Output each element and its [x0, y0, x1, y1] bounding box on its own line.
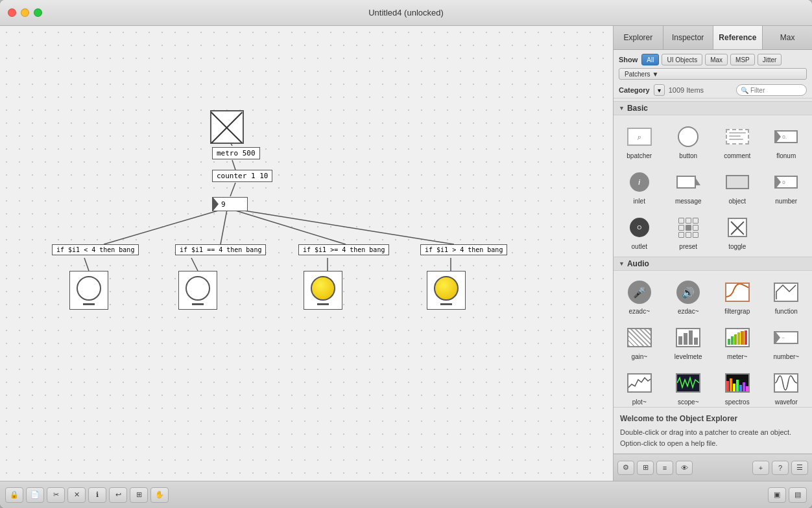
obj-meter[interactable]: meter~ — [714, 320, 761, 363]
circle3-object[interactable] — [304, 271, 342, 310]
flonum-icon: 0. — [771, 122, 801, 152]
toggle-object[interactable] — [210, 110, 244, 144]
if2-object[interactable]: if $i1 == 4 then bang — [175, 244, 266, 255]
obj-ezadc[interactable]: 🎤 ezadc~ — [616, 275, 663, 318]
obj-waveform[interactable]: wavefor — [763, 365, 810, 407]
obj-inlet[interactable]: i inlet — [616, 165, 663, 207]
obj-outlet[interactable]: O outlet — [616, 210, 663, 253]
audio-section-header[interactable]: ▼ Audio — [614, 257, 812, 271]
svg-rect-17 — [743, 382, 745, 391]
maximize-button[interactable] — [34, 8, 42, 17]
filter-msp[interactable]: MSP — [730, 54, 755, 65]
message-label: message — [675, 198, 702, 205]
rpanel-help-button[interactable]: ? — [772, 461, 789, 475]
if4-object[interactable]: if $i1 > 4 then bang — [420, 244, 507, 255]
obj-function[interactable]: function — [763, 275, 810, 318]
minimize-button[interactable] — [21, 8, 29, 17]
obj-gain[interactable]: gain~ — [616, 320, 663, 363]
rpanel-menu-button[interactable]: ☰ — [791, 461, 808, 475]
circle1-object[interactable] — [69, 271, 108, 310]
main-window: Untitled4 (unlocked) — [0, 0, 812, 508]
svg-rect-18 — [746, 386, 748, 391]
category-dropdown[interactable]: ▾ — [654, 84, 665, 96]
obj-spectros[interactable]: spectros — [714, 365, 761, 407]
tab-max[interactable]: Max — [763, 26, 812, 49]
circle4-object[interactable] — [427, 271, 466, 310]
preset-icon — [673, 213, 703, 242]
obj-flonum[interactable]: 0. flonum — [763, 119, 810, 162]
basic-section-header[interactable]: ▼ Basic — [614, 101, 812, 115]
object-label: object — [728, 198, 746, 205]
svg-line-2 — [230, 183, 235, 196]
obj-bpatcher[interactable]: p bpatcher — [616, 119, 663, 162]
tab-reference[interactable]: Reference — [713, 26, 763, 49]
window-controls — [8, 8, 42, 17]
rpanel-gear-button[interactable]: ⚙ — [617, 461, 634, 475]
toolbar-delete-btn[interactable]: ✕ — [67, 487, 86, 503]
obj-filtergraph[interactable]: filtergrap — [714, 275, 761, 318]
if3-box: if $i1 >= 4 then bang — [298, 244, 389, 255]
obj-scope[interactable]: scope~ — [665, 365, 712, 407]
rpanel-list-button[interactable]: ≡ — [656, 461, 673, 475]
number-object[interactable]: 9 — [212, 197, 248, 211]
circle3-led — [311, 276, 335, 301]
search-box[interactable]: 🔍 — [736, 84, 807, 96]
rpanel-eye-button[interactable]: 👁 — [676, 461, 693, 475]
toolbar-lock-btn[interactable]: 🔒 — [5, 487, 23, 503]
obj-levelmeter[interactable]: levelmete — [665, 320, 712, 363]
counter-object[interactable]: counter 1 10 — [212, 170, 272, 182]
svg-line-4 — [221, 210, 227, 244]
if1-object[interactable]: if $i1 < 4 then bang — [52, 244, 139, 255]
basic-title: Basic — [627, 104, 648, 113]
toolbar-info-btn[interactable]: ℹ — [88, 487, 106, 503]
obj-number[interactable]: 0 number — [763, 165, 810, 207]
rpanel-grid-button[interactable]: ⊞ — [637, 461, 654, 475]
outlet-icon: O — [625, 213, 654, 242]
circle2-object[interactable] — [178, 271, 217, 310]
close-button[interactable] — [8, 8, 16, 17]
audio-title: Audio — [627, 259, 649, 268]
metro-object[interactable]: metro 500 — [212, 147, 260, 159]
rpanel-toolbar-left: ⚙ ⊞ ≡ 👁 — [617, 461, 693, 475]
rpanel-add-button[interactable]: + — [752, 461, 769, 475]
if3-object[interactable]: if $i1 >= 4 then bang — [298, 244, 389, 255]
gain-icon — [625, 323, 654, 352]
obj-message[interactable]: message — [665, 165, 712, 207]
obj-preset[interactable]: preset — [665, 210, 712, 253]
toolbar-tile-h-btn[interactable]: ▤ — [789, 487, 807, 503]
obj-comment[interactable]: comment — [714, 119, 761, 162]
toolbar-tile-v-btn[interactable]: ▣ — [768, 487, 786, 503]
patcher-canvas[interactable]: metro 500 counter 1 10 9 if $i1 < 4 then… — [0, 26, 613, 481]
tab-explorer[interactable]: Explorer — [614, 26, 663, 49]
obj-object[interactable]: object — [714, 165, 761, 207]
obj-ezdac[interactable]: 🔊 ezdac~ — [665, 275, 712, 318]
circle4-bar — [440, 303, 452, 305]
filter-all[interactable]: All — [641, 54, 659, 65]
obj-toggle[interactable]: toggle — [714, 210, 761, 253]
audio-objects-grid: 🎤 ezadc~ 🔊 ezdac~ — [614, 271, 812, 407]
toolbar-grid-btn[interactable]: ⊞ — [130, 487, 148, 503]
basic-triangle: ▼ — [619, 105, 625, 111]
filtergraph-label: filtergrap — [724, 308, 750, 315]
tab-inspector[interactable]: Inspector — [663, 26, 713, 49]
spectros-label: spectros — [725, 398, 750, 406]
search-input[interactable] — [750, 87, 802, 94]
obj-number-tilde[interactable]: ~ number~ — [763, 320, 810, 363]
function-icon — [771, 277, 801, 307]
patchers-chevron: ▼ — [652, 71, 658, 78]
filter-ui-objects[interactable]: UI Objects — [662, 54, 702, 65]
levelmeter-icon — [673, 323, 703, 352]
svg-rect-12 — [726, 381, 729, 391]
toolbar-arrow-btn[interactable]: ↩ — [109, 487, 127, 503]
obj-button[interactable]: button — [665, 119, 712, 162]
toolbar-cut-btn[interactable]: ✂ — [47, 487, 65, 503]
toolbar-copy-btn[interactable]: 📄 — [26, 487, 44, 503]
ezdac-label: ezdac~ — [678, 308, 699, 315]
filter-max[interactable]: Max — [705, 54, 728, 65]
toolbar-hand-btn[interactable]: ✋ — [150, 487, 169, 503]
patchers-bar: Patchers ▼ — [614, 67, 812, 82]
obj-plot[interactable]: plot~ — [616, 365, 663, 407]
circle2-led — [185, 276, 210, 301]
filter-jitter[interactable]: Jitter — [758, 54, 782, 65]
patchers-button[interactable]: Patchers ▼ — [619, 68, 807, 80]
